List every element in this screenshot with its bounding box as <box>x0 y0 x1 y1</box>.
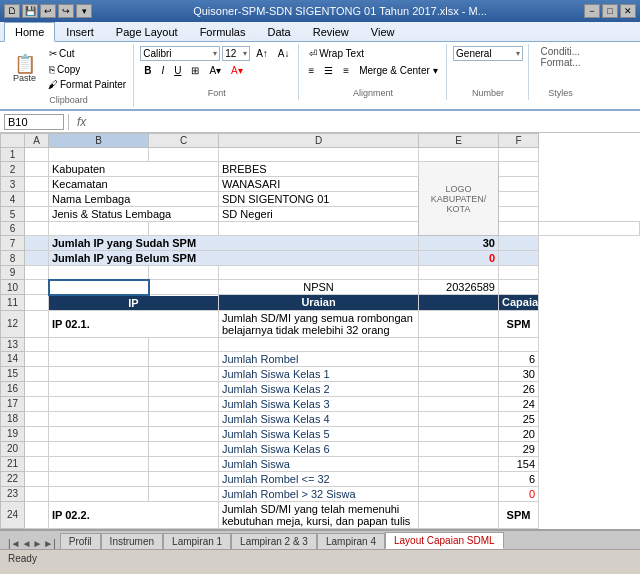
col-header-a[interactable]: A <box>25 134 49 148</box>
next-sheet-btn[interactable]: ► <box>32 538 42 549</box>
table-row: 17 Jumlah Siswa Kelas 3 24 <box>1 396 640 411</box>
window-title: Quisoner-SPM-SDN SIGENTONG 01 Tahun 2017… <box>96 5 584 17</box>
name-box[interactable] <box>4 114 64 130</box>
cut-button[interactable]: ✂ Cut <box>45 46 129 61</box>
table-row: 22 Jumlah Rombel <= 32 6 <box>1 471 640 486</box>
col-header-d[interactable]: D <box>219 134 419 148</box>
number-format-arrow: ▾ <box>516 49 520 58</box>
conditional-format-btn[interactable]: Conditi... <box>541 46 581 57</box>
number-group: General ▾ Number <box>449 44 529 100</box>
dropdown-btn[interactable]: ▾ <box>76 4 92 18</box>
minimize-btn[interactable]: − <box>584 4 600 18</box>
format-painter-button[interactable]: 🖌 Format Painter <box>45 78 129 91</box>
font-color-btn[interactable]: A▾ <box>227 63 247 78</box>
table-row: 6 <box>1 222 640 236</box>
fx-label: fx <box>73 115 90 129</box>
table-row: 7 Jumlah IP yang Sudah SPM 30 <box>1 236 640 251</box>
underline-btn[interactable]: U <box>170 63 185 78</box>
font-name-dropdown[interactable]: Calibri ▾ <box>140 46 220 61</box>
row-num: 4 <box>1 192 25 207</box>
paste-icon: 📋 <box>14 55 36 73</box>
format-table-btn[interactable]: Format... <box>541 57 581 68</box>
border-btn[interactable]: ⊞ <box>187 63 203 78</box>
row-num: 8 <box>1 251 25 266</box>
row-num: 6 <box>1 222 25 236</box>
row-num: 12 <box>1 310 25 337</box>
font-size-value: 12 <box>225 48 236 59</box>
col-header-c[interactable]: C <box>149 134 219 148</box>
tab-formulas[interactable]: Formulas <box>189 22 257 41</box>
row-num: 22 <box>1 471 25 486</box>
fill-color-btn[interactable]: A▾ <box>205 63 225 78</box>
quick-save-btn[interactable]: 💾 <box>22 4 38 18</box>
col-header-e[interactable]: E <box>419 134 499 148</box>
close-btn[interactable]: ✕ <box>620 4 636 18</box>
alignment-group: ⏎ Wrap Text ≡ ☰ ≡ Merge & Center ▾ Align… <box>301 44 447 100</box>
size-dropdown-arrow: ▾ <box>243 49 247 58</box>
row-num: 23 <box>1 486 25 501</box>
cut-label: Cut <box>59 48 75 59</box>
font-size-dropdown[interactable]: 12 ▾ <box>222 46 250 61</box>
table-row: 12 IP 02.1. Jumlah SD/MI yang semua romb… <box>1 310 640 337</box>
alignment-label: Alignment <box>301 88 446 98</box>
row-num: 18 <box>1 411 25 426</box>
font-group: Calibri ▾ 12 ▾ A↑ A↓ B I U ⊞ A▾ A <box>136 44 298 100</box>
row-num: 3 <box>1 177 25 192</box>
table-row: 14 Jumlah Rombel 6 <box>1 351 640 366</box>
table-row: 10 NPSN 20326589 <box>1 280 640 295</box>
tab-home[interactable]: Home <box>4 22 55 42</box>
sheet-tab-profil[interactable]: Profil <box>60 533 101 549</box>
merge-btn[interactable]: Merge & Center ▾ <box>355 63 441 78</box>
row-num: 9 <box>1 266 25 280</box>
first-sheet-btn[interactable]: |◄ <box>8 538 21 549</box>
number-format-value: General <box>456 48 492 59</box>
spreadsheet-table: A B C D E F 1 2 Kabupaten BREBES LOGOKAB… <box>0 133 640 529</box>
align-right-btn[interactable]: ≡ <box>339 63 353 78</box>
sheet-tab-lampiran23[interactable]: Lampiran 2 & 3 <box>231 533 317 549</box>
tab-page-layout[interactable]: Page Layout <box>105 22 189 41</box>
bold-btn[interactable]: B <box>140 63 155 78</box>
styles-label: Styles <box>531 88 591 98</box>
col-header-b[interactable]: B <box>49 134 149 148</box>
align-left-btn[interactable]: ≡ <box>305 63 319 78</box>
italic-btn[interactable]: I <box>157 63 168 78</box>
spreadsheet: A B C D E F 1 2 Kabupaten BREBES LOGOKAB… <box>0 133 640 529</box>
ready-status: Ready <box>8 553 37 564</box>
sheet-tab-layout[interactable]: Layout Capaian SDML <box>385 532 504 549</box>
row-num: 21 <box>1 456 25 471</box>
table-row: 3 Kecamatan WANASARI <box>1 177 640 192</box>
paste-button[interactable]: 📋 Paste <box>8 52 41 86</box>
increase-font-btn[interactable]: A↑ <box>252 46 272 61</box>
table-row: 2 Kabupaten BREBES LOGOKABUPATEN/KOTA <box>1 162 640 177</box>
table-row: 4 Nama Lembaga SDN SIGENTONG 01 <box>1 192 640 207</box>
table-row: 1 <box>1 148 640 162</box>
formula-separator <box>68 114 69 130</box>
maximize-btn[interactable]: □ <box>602 4 618 18</box>
logo-cell: LOGOKABUPATEN/KOTA <box>419 162 499 236</box>
window-icon: 🗋 <box>4 4 20 18</box>
status-bar: Ready <box>0 549 640 567</box>
sheet-tab-lampiran4[interactable]: Lampiran 4 <box>317 533 385 549</box>
copy-button[interactable]: ⎘ Copy <box>45 62 129 77</box>
tab-review[interactable]: Review <box>302 22 360 41</box>
formula-input[interactable] <box>94 116 636 128</box>
last-sheet-btn[interactable]: ►| <box>43 538 56 549</box>
tab-data[interactable]: Data <box>256 22 301 41</box>
table-row: 20 Jumlah Siswa Kelas 6 29 <box>1 441 640 456</box>
sheet-tab-lampiran1[interactable]: Lampiran 1 <box>163 533 231 549</box>
wrap-text-btn[interactable]: ⏎ Wrap Text <box>305 46 368 61</box>
redo-btn[interactable]: ↪ <box>58 4 74 18</box>
prev-sheet-btn[interactable]: ◄ <box>22 538 32 549</box>
styles-group: Conditi... Format... Styles <box>531 44 591 100</box>
tab-view[interactable]: View <box>360 22 406 41</box>
col-header-f[interactable]: F <box>499 134 539 148</box>
number-format-dropdown[interactable]: General ▾ <box>453 46 523 61</box>
format-painter-icon: 🖌 <box>48 79 58 90</box>
undo-btn[interactable]: ↩ <box>40 4 56 18</box>
decrease-font-btn[interactable]: A↓ <box>274 46 294 61</box>
align-center-btn[interactable]: ☰ <box>320 63 337 78</box>
row-num: 19 <box>1 426 25 441</box>
tab-insert[interactable]: Insert <box>55 22 105 41</box>
sheet-tab-instrumen[interactable]: Instrumen <box>101 533 163 549</box>
number-label: Number <box>449 88 528 98</box>
